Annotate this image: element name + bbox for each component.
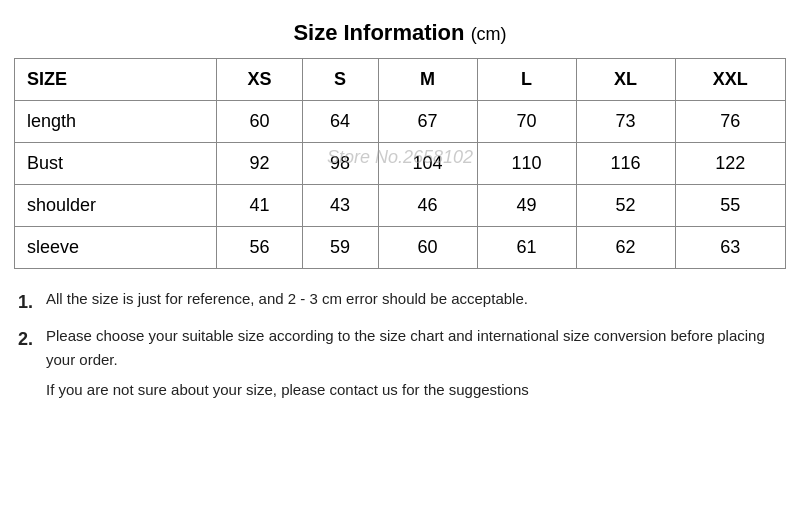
cell-Bust-XXL: 122 — [675, 143, 785, 185]
cell-shoulder-L: 49 — [477, 185, 576, 227]
cell-length-S: 64 — [302, 101, 378, 143]
cell-shoulder-XL: 52 — [576, 185, 675, 227]
cell-length-XXL: 76 — [675, 101, 785, 143]
cell-sleeve-L: 61 — [477, 227, 576, 269]
row-label-sleeve: sleeve — [15, 227, 217, 269]
table-header-l: L — [477, 59, 576, 101]
note-num-1: 2. — [18, 324, 46, 355]
notes-section: 1.All the size is just for reference, an… — [14, 283, 786, 412]
cell-sleeve-XXL: 63 — [675, 227, 785, 269]
cell-Bust-L: 110 — [477, 143, 576, 185]
cell-length-XL: 73 — [576, 101, 675, 143]
note-text-1: Please choose your suitable size accordi… — [46, 324, 782, 372]
cell-sleeve-M: 60 — [378, 227, 477, 269]
unit-label: (cm) — [471, 24, 507, 44]
note-item-0: 1.All the size is just for reference, an… — [18, 287, 782, 318]
cell-shoulder-XXL: 55 — [675, 185, 785, 227]
table-header-size: SIZE — [15, 59, 217, 101]
cell-length-XS: 60 — [217, 101, 302, 143]
cell-shoulder-XS: 41 — [217, 185, 302, 227]
cell-Bust-XL: 116 — [576, 143, 675, 185]
cell-shoulder-M: 46 — [378, 185, 477, 227]
cell-Bust-S: 98 — [302, 143, 378, 185]
table-header-row: SIZEXSSMLXLXXL — [15, 59, 786, 101]
table-header-s: S — [302, 59, 378, 101]
note-num-0: 1. — [18, 287, 46, 318]
row-label-Bust: Bust — [15, 143, 217, 185]
cell-Bust-M: 104 — [378, 143, 477, 185]
cell-Bust-XS: 92 — [217, 143, 302, 185]
table-row: sleeve565960616263 — [15, 227, 786, 269]
cell-length-L: 70 — [477, 101, 576, 143]
main-container: Size Information (cm) SIZEXSSMLXLXXL len… — [0, 0, 800, 514]
note-item-2: If you are not sure about your size, ple… — [18, 378, 782, 402]
cell-shoulder-S: 43 — [302, 185, 378, 227]
cell-sleeve-XS: 56 — [217, 227, 302, 269]
title-row: Size Information (cm) — [14, 10, 786, 58]
cell-sleeve-S: 59 — [302, 227, 378, 269]
table-header-m: M — [378, 59, 477, 101]
note-text-2: If you are not sure about your size, ple… — [46, 378, 529, 402]
table-row: length606467707376 — [15, 101, 786, 143]
table-header-xxl: XXL — [675, 59, 785, 101]
note-text-0: All the size is just for reference, and … — [46, 287, 528, 311]
table-header-xl: XL — [576, 59, 675, 101]
page-title: Size Information — [293, 20, 464, 45]
table-body: length606467707376Bust9298104110116122sh… — [15, 101, 786, 269]
table-row: shoulder414346495255 — [15, 185, 786, 227]
cell-sleeve-XL: 62 — [576, 227, 675, 269]
row-label-shoulder: shoulder — [15, 185, 217, 227]
row-label-length: length — [15, 101, 217, 143]
note-item-1: 2.Please choose your suitable size accor… — [18, 324, 782, 372]
cell-length-M: 67 — [378, 101, 477, 143]
table-header-xs: XS — [217, 59, 302, 101]
table-row: Bust9298104110116122 — [15, 143, 786, 185]
size-table: SIZEXSSMLXLXXL length606467707376Bust929… — [14, 58, 786, 269]
